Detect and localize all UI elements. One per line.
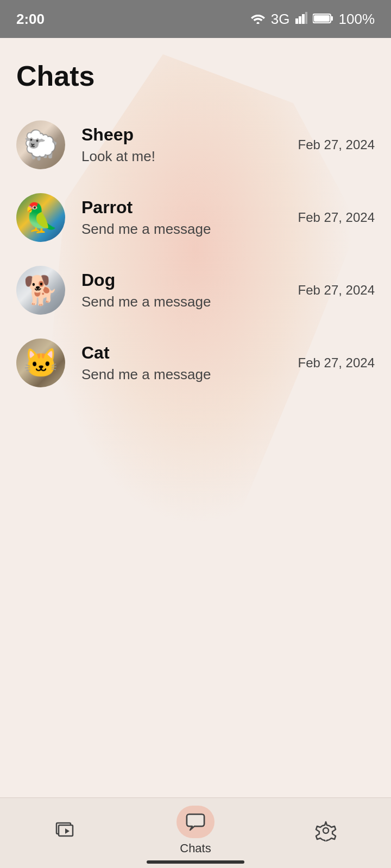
status-time: 2:00 (16, 11, 45, 28)
nav-icon-wrap-settings (307, 814, 345, 847)
status-right: 3G 100% (250, 11, 375, 28)
chat-date-sheep: Feb 27, 2024 (298, 137, 375, 152)
battery-label: 100% (339, 11, 375, 28)
chat-info-sheep: Sheep Look at me! (81, 125, 298, 165)
status-bar: 2:00 3G 100% (0, 0, 391, 38)
chat-item-sheep[interactable]: 🐑 Sheep Look at me! Feb 27, 2024 (16, 108, 375, 181)
nav-label-chats: Chats (180, 841, 211, 856)
avatar-dog: 🐕 (16, 266, 65, 315)
signal-icon (295, 11, 307, 28)
chat-list: 🐑 Sheep Look at me! Feb 27, 2024 🦜 Parro… (16, 108, 375, 399)
chat-info-cat: Cat Send me a message (81, 343, 298, 383)
nav-item-settings[interactable] (293, 814, 358, 847)
chat-item-dog[interactable]: 🐕 Dog Send me a message Feb 27, 2024 (16, 254, 375, 327)
nav-item-chats[interactable]: Chats (163, 806, 228, 856)
avatar-sheep: 🐑 (16, 120, 65, 169)
main-content: Chats 🐑 Sheep Look at me! Feb 27, 2024 🦜… (0, 38, 391, 797)
svg-rect-4 (305, 12, 307, 24)
avatar-emoji-sheep: 🐑 (23, 129, 59, 162)
chat-item-parrot[interactable]: 🦜 Parrot Send me a message Feb 27, 2024 (16, 181, 375, 254)
svg-rect-6 (331, 16, 333, 21)
chat-info-parrot: Parrot Send me a message (81, 197, 298, 238)
chat-name-parrot: Parrot (81, 197, 298, 218)
nav-icon-wrap-media (46, 814, 84, 847)
wifi-icon (250, 11, 266, 28)
avatar-emoji-cat: 🐱 (23, 347, 59, 380)
avatar-cat: 🐱 (16, 339, 65, 387)
home-indicator (147, 860, 244, 864)
svg-rect-1 (295, 18, 298, 24)
chat-preview-cat: Send me a message (81, 366, 298, 383)
svg-rect-7 (314, 15, 330, 22)
svg-rect-2 (299, 16, 301, 24)
chat-name-dog: Dog (81, 270, 298, 290)
nav-icon-wrap-chats (176, 806, 215, 838)
nav-item-media[interactable] (33, 814, 98, 847)
svg-point-12 (323, 828, 329, 833)
chat-item-cat[interactable]: 🐱 Cat Send me a message Feb 27, 2024 (16, 327, 375, 399)
chat-preview-parrot: Send me a message (81, 221, 298, 238)
bottom-nav: Chats (0, 797, 391, 868)
battery-icon (313, 11, 333, 28)
chat-preview-dog: Send me a message (81, 293, 298, 310)
svg-rect-3 (302, 14, 305, 24)
page-title: Chats (16, 60, 375, 92)
chat-date-dog: Feb 27, 2024 (298, 283, 375, 298)
svg-point-0 (256, 22, 259, 24)
chat-preview-sheep: Look at me! (81, 148, 298, 165)
chat-date-parrot: Feb 27, 2024 (298, 210, 375, 225)
chat-date-cat: Feb 27, 2024 (298, 355, 375, 371)
avatar-emoji-dog: 🐕 (23, 274, 59, 307)
avatar-emoji-parrot: 🦜 (23, 201, 59, 234)
chat-info-dog: Dog Send me a message (81, 270, 298, 310)
chat-name-sheep: Sheep (81, 125, 298, 145)
avatar-parrot: 🦜 (16, 193, 65, 242)
network-label: 3G (271, 11, 290, 28)
chat-name-cat: Cat (81, 343, 298, 363)
